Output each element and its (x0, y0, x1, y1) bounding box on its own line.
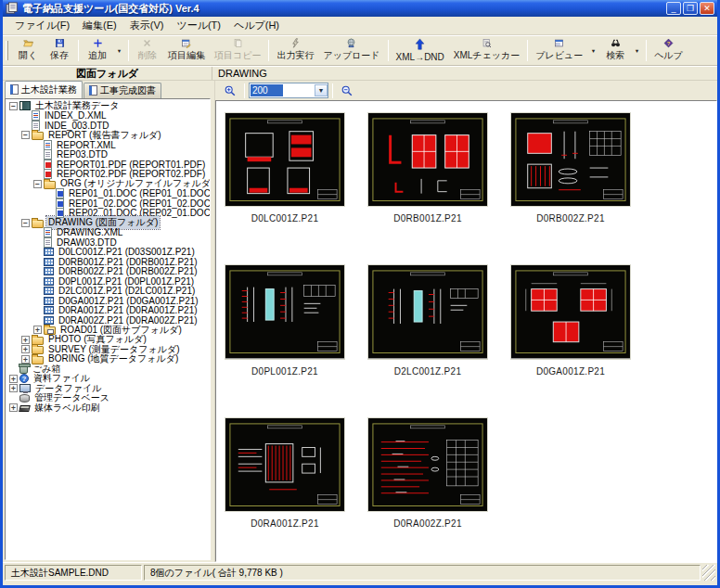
collapse-icon[interactable]: − (9, 102, 18, 110)
expand-icon[interactable]: + (21, 345, 30, 353)
search-dropdown-icon[interactable] (631, 37, 643, 64)
toolbar-grip[interactable] (6, 41, 8, 60)
app-icon (6, 2, 19, 15)
expand-icon[interactable]: + (9, 403, 18, 412)
tree-item[interactable]: DRAW03.DTD (7, 237, 210, 248)
output-run-icon (289, 38, 302, 48)
tree-item[interactable]: −REPORT (報告書フォルダ) (7, 131, 210, 141)
upload-button[interactable]: アップロード (318, 37, 384, 64)
toolbar-separator (332, 83, 333, 98)
drawing-thumbnail[interactable]: D0PL001Z.P21 (225, 264, 345, 376)
cad-preview (225, 264, 345, 359)
tree-item[interactable]: D2LC001Z.P21 (D2LC001Z.P21) (7, 287, 210, 297)
minimize-button-icon[interactable]: _ (666, 2, 681, 15)
edit-item-button[interactable]: 項目編集 (163, 37, 210, 64)
tree-item[interactable]: DRAWING.XML (7, 228, 210, 238)
tree-item[interactable]: D0PL001Z.P21 (D0PL001Z.P21) (7, 276, 210, 287)
p21-icon (44, 258, 54, 266)
tree-item-label: D0RB001Z.P21 (D0RB001Z.P21) (57, 257, 199, 267)
drawing-thumbnail[interactable]: D0LC001Z.P21 (225, 112, 345, 224)
menu-tools[interactable]: ツール(T) (170, 17, 227, 34)
pdf-icon (44, 160, 52, 170)
tree-item[interactable]: REPORT.XML (7, 140, 210, 150)
expand-icon[interactable]: + (33, 326, 42, 334)
expand-icon[interactable]: + (21, 336, 30, 344)
preview-dropdown-icon[interactable] (587, 37, 599, 64)
copy-item-icon (231, 38, 245, 48)
tree-item[interactable]: REP03.DTD (7, 150, 210, 160)
open-button[interactable]: 開く (12, 37, 44, 64)
tree-item[interactable]: D0RA001Z.P21 (D0RA001Z.P21) (7, 306, 210, 316)
expand-icon[interactable]: + (9, 375, 18, 383)
tab-construction-docs[interactable]: 工事完成図書 (84, 83, 161, 98)
drawing-thumbnail[interactable]: D0RB002Z.P21 (510, 112, 631, 224)
drawing-thumbnail[interactable]: D0RB001Z.P21 (367, 112, 488, 224)
menu-view[interactable]: 表示(V) (123, 17, 171, 34)
delete-button[interactable]: 削除 (132, 37, 163, 64)
title-bar: 電子納品支援ツール(国交省対応) Ver.4 _ ❐ ✕ (3, 0, 717, 17)
tree-item[interactable]: REP01_01.DOC (REP01_01.DOC) (7, 189, 210, 199)
search-button[interactable]: 検索 (599, 37, 631, 64)
menu-file[interactable]: ファイル(F) (8, 17, 76, 34)
zoom-level-select[interactable]: 200 ▼ (249, 83, 328, 98)
tree-item[interactable]: +BORING (地質データフォルダ) (7, 354, 210, 364)
xml-icon (32, 110, 40, 121)
drawing-thumbnail[interactable]: D0RA001Z.P21 (225, 417, 345, 529)
folder-icon (32, 220, 44, 228)
zoom-out-button[interactable] (337, 83, 357, 99)
zoom-level-value: 200 (251, 84, 283, 96)
add-dropdown-icon[interactable] (113, 37, 125, 64)
output-run-button[interactable]: 出力実行 (272, 37, 318, 64)
tree-item[interactable]: −ORG (オリジナルファイルフォルダ) (7, 179, 210, 189)
tab-civil-design[interactable]: 土木設計業務 (5, 81, 83, 98)
tree-item[interactable]: −DRAWING (図面フォルダ) (7, 218, 210, 228)
tree-item[interactable]: REP01_02.DOC (REP01_02.DOC) (7, 198, 210, 209)
help-diamond-icon: ? (662, 38, 675, 48)
tree-item[interactable]: D0RB002Z.P21 (D0RB002Z.P21) (7, 267, 210, 277)
expand-icon[interactable]: + (21, 355, 30, 364)
close-button-icon[interactable]: ✕ (700, 2, 714, 15)
maximize-button-icon[interactable]: ❐ (683, 2, 698, 15)
cad-preview (225, 417, 345, 512)
preview-button[interactable]: プレビュー (531, 37, 587, 64)
zoom-in-button[interactable] (220, 83, 240, 99)
tree-item[interactable]: D0GA001Z.P21 (D0GA001Z.P21) (7, 296, 210, 306)
drawing-thumbnail[interactable]: D0GA001Z.P21 (510, 264, 631, 376)
add-button[interactable]: 追加 (82, 37, 113, 64)
toolbar-separator (78, 40, 79, 61)
drawing-thumbnail[interactable]: D0RA002Z.P21 (367, 417, 488, 529)
xml-checker-button[interactable]: XMLチェッカー (449, 37, 525, 64)
tree-item-label: D2LC001Z.P21 (D2LC001Z.P21) (57, 286, 197, 296)
tree-item-label: REP01_02.DOC (REP01_02.DOC) (67, 198, 210, 209)
menu-edit[interactable]: 編集(E) (76, 17, 123, 34)
tree-item-label: 媒体ラベル印刷 (32, 402, 102, 415)
tree-item-label: D0LC001Z.P21 (D03S001Z.P21) (57, 247, 197, 257)
cad-preview (510, 112, 631, 207)
tab-bar: 土木設計業務 工事完成図書 (3, 81, 212, 98)
zoom-toolbar: 200 ▼ (215, 81, 717, 100)
tree-item[interactable]: D0LC001Z.P21 (D03S001Z.P21) (7, 248, 210, 258)
xml-to-dnd-button[interactable]: XML→DND (392, 37, 449, 64)
collapse-icon[interactable]: − (21, 219, 30, 227)
help-button[interactable]: ? ヘルプ (649, 37, 688, 64)
copy-item-button[interactable]: 項目コピー (210, 37, 265, 64)
p21-icon (44, 267, 54, 275)
resize-grip[interactable] (702, 565, 715, 581)
drawing-thumbnail[interactable]: D2LC001Z.P21 (367, 264, 488, 376)
tree-item-label: D0RB002Z.P21 (D0RB002Z.P21) (57, 266, 199, 276)
app-window: 電子納品支援ツール(国交省対応) Ver.4 _ ❐ ✕ ファイル(F) 編集(… (0, 0, 720, 588)
collapse-icon[interactable]: − (21, 131, 30, 139)
folder-panel: 土木設計業務 工事完成図書 −土木設計業務データINDEX_D.XMLINDE_… (3, 81, 212, 562)
collapse-icon[interactable]: − (33, 180, 42, 188)
save-button[interactable]: 保存 (44, 37, 75, 64)
tree-item[interactable]: −土木設計業務データ (7, 101, 210, 111)
expand-icon[interactable]: + (9, 384, 18, 392)
chevron-down-icon[interactable]: ▼ (315, 84, 328, 96)
thumbnail-label: D0LC001Z.P21 (225, 213, 345, 224)
tree-item[interactable]: REPORT01.PDF (REPORT01.PDF) (7, 160, 210, 170)
menu-help[interactable]: ヘルプ(H) (227, 17, 286, 34)
tree-item[interactable]: D0RB001Z.P21 (D0RB001Z.P21) (7, 257, 210, 267)
dtd-icon (32, 121, 40, 131)
xml-icon (44, 140, 52, 150)
toolbar-separator (388, 40, 389, 61)
